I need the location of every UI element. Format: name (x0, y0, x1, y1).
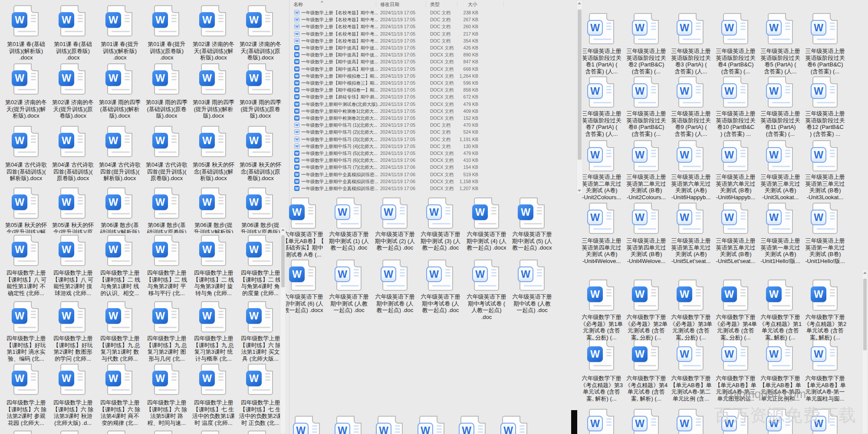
file-name[interactable]: 六年级英语下册 期中测试 (4) (人 教一起点) .docx (464, 231, 509, 251)
file-name[interactable]: 第05课 秋天的怀 念(基础训练)(原 卷版).docx (238, 161, 283, 182)
word-file-icon[interactable]: W (678, 409, 704, 434)
file-row[interactable]: W一年级数学上册期中检测卷2(北师大...2024/11/19 17:05DOC… (291, 115, 577, 122)
word-file-icon[interactable]: W (248, 126, 273, 157)
file-row[interactable]: W一年级数学上册期中练习 (5)(北师大...2024/11/19 17:05D… (291, 150, 577, 157)
word-file-icon[interactable]: W (428, 197, 453, 229)
word-file-icon[interactable]: W (13, 187, 39, 219)
file-name[interactable]: 六年级数学下册 《考点精题》第3 单元试卷 (含答 案, 解析) (... (579, 375, 624, 402)
file-name[interactable]: 第04课 古代诗歌 四首(提升训练)( 原卷版).docx (144, 161, 189, 182)
word-file-icon[interactable]: W (13, 364, 39, 395)
file-name[interactable]: 四年级数学上册 【课时练】好玩 第1课时 滴水实 验、编码 (北... (3, 335, 49, 362)
file-name[interactable]: 三年级英语上册 英语第四单元过 关测试 (A卷) -Unit4Welove... (579, 237, 624, 264)
file-name[interactable]: 四年级数学上册 【课时练】二 线 与角第2课时 平 移与平行 (北... (144, 270, 189, 296)
word-file-icon[interactable]: W (723, 279, 748, 311)
word-file-icon[interactable]: W (768, 76, 793, 108)
word-file-icon[interactable]: W (248, 235, 273, 266)
file-name[interactable]: 第04课 古代诗歌 四首(提升训练)( 解析版).docx (97, 161, 142, 182)
word-file-icon[interactable]: W (768, 203, 793, 234)
word-file-icon[interactable]: W (634, 13, 659, 44)
word-file-icon[interactable]: W (60, 431, 85, 434)
word-file-icon[interactable]: W (248, 364, 273, 395)
file-name[interactable]: 三年级英语上册 英语版阶段过关 卷9 (PartA) ( 含答案) (人... (668, 110, 713, 137)
word-file-icon[interactable]: W (201, 431, 226, 434)
word-file-icon[interactable]: W (107, 364, 132, 395)
word-file-icon[interactable]: W (154, 235, 179, 266)
file-name[interactable]: 三年级英语上册 英语版阶段过关 卷1 (PartA) ( 含答案) (人... (579, 48, 624, 75)
word-file-icon[interactable]: W (291, 260, 316, 291)
file-row[interactable]: W一年级数学上册【期中拔高】期中拔...2024/11/19 17:05DOCX… (291, 51, 577, 58)
word-file-icon[interactable]: W (336, 197, 362, 229)
file-row[interactable]: W一年级数学上册【期中模拟卷一】期...2024/11/19 17:05DOCX… (291, 86, 577, 93)
word-file-icon[interactable]: W (107, 301, 132, 332)
file-row[interactable]: W一年级数学上册【期中模拟卷二】期...2024/11/19 17:05DOCX… (291, 72, 577, 79)
word-file-icon[interactable]: W (502, 416, 527, 434)
file-name[interactable]: 第06课 散步(基 础训练)(解析版) (97, 222, 142, 233)
file-name[interactable]: 三年级英语上册 英语版阶段过关 卷3 (PartA) ( 含答案) (人... (668, 48, 713, 75)
column-header-date-modified[interactable]: 修改日期 (380, 1, 399, 8)
word-file-icon[interactable]: W (13, 5, 39, 36)
file-name[interactable]: 三年级英语上册 英语版阶段过关 卷4 (PartB&C) (含答案) (... (713, 48, 758, 75)
file-name[interactable]: 三年级英语上册 英语第五单元过 关测试 (A卷) -Unit5Let'seat.… (668, 237, 713, 264)
file-name[interactable]: 六年级英语下册 期中测试 (人教 一起点) .doc (326, 293, 372, 314)
file-row[interactable]: W一年级数学上册期中测试卷(北师大版)...2024/11/19 17:05DO… (291, 101, 577, 108)
word-file-icon[interactable]: W (248, 187, 273, 219)
word-file-icon[interactable]: W (589, 140, 614, 171)
file-name[interactable]: 第01课 春(提升 训练)(原卷版) .docx (144, 41, 189, 61)
file-name[interactable]: 六年级英语下册 期中测试 (2) (人 教一起点) .doc (372, 231, 418, 251)
word-file-icon[interactable]: W (678, 203, 704, 234)
word-file-icon[interactable]: W (634, 409, 659, 434)
file-row[interactable]: W一年级数学上册期中练习 (2)(北师大...2024/11/19 17:05D… (291, 128, 577, 135)
word-file-icon[interactable]: W (678, 140, 704, 171)
word-file-icon[interactable]: W (107, 431, 132, 434)
right-window-scrollbar-thumb[interactable] (863, 279, 867, 350)
file-name[interactable]: 六年级数学下册 《必考题》第2单 元测试卷 (含答 案, 分析) (... (624, 314, 669, 341)
file-name[interactable]: 第01课 春(基础 训练)(解析版) .docx (3, 41, 49, 61)
file-name[interactable]: 四年级数学上册 【课时练】六 除 法第2课时 参观 花园 (北师大... (3, 399, 49, 426)
file-row[interactable]: W一年级数学上册【名校考题】期中考...2024/11/19 17:05DOC … (291, 9, 577, 16)
word-file-icon[interactable]: W (634, 140, 659, 171)
word-file-icon[interactable]: W (107, 187, 132, 219)
column-header-name[interactable]: 名称 (293, 1, 303, 8)
file-name[interactable]: 三年级英语上册 英语版阶段过关 卷12 (PartB&C ) (含答案) ... (802, 110, 848, 137)
word-file-icon[interactable]: W (589, 76, 614, 108)
file-name[interactable]: 六年级数学下册 《考点精题》第2 单元试卷 (含答 案, 解析) (... (802, 314, 848, 341)
column-divider[interactable] (503, 1, 504, 7)
file-name[interactable]: 三年级英语上册 英语版阶段过关 卷7 (PartA) ( 含答案) (人... (579, 110, 624, 137)
file-name[interactable]: 三年级英语上册 英语版阶段过关 卷2 (PartB&C) (含答案) (... (624, 48, 669, 75)
left-window-scrollbar-thumb[interactable] (281, 235, 285, 287)
file-name[interactable]: 三年级英语上册 英语第六单元过 关测试 (A卷) -Unit6Happyb... (668, 174, 713, 201)
word-file-icon[interactable]: W (154, 126, 179, 157)
file-name[interactable]: 四年级数学上册 【课时练】六 除 法第3课时 秋游 (北师大版) .d... (50, 399, 95, 426)
word-file-icon[interactable]: W (428, 260, 453, 291)
file-row[interactable]: W一年级数学上册【名校考题】期中考...2024/11/19 17:05DOC … (291, 23, 577, 30)
file-name[interactable]: 三年级英语上册 英语第四单元过 关测试 (B卷) -Unit4Welove... (624, 237, 669, 264)
file-name[interactable]: 三年级英语上册 英语第二单元过 关测试 (A卷) -Unit2Colours..… (579, 174, 624, 201)
file-name[interactable]: 三年级英语上册 英语第一单元过 关测试 (B卷) -Unit1Hello!版..… (802, 237, 848, 264)
file-name[interactable]: 第01课 春(基础 训练)(原卷版) .docx (50, 41, 95, 61)
file-name[interactable]: 第02课 济南的冬 天(基础训练)(原 卷版).docx (238, 41, 283, 61)
word-file-icon[interactable]: W (201, 187, 226, 219)
word-file-icon[interactable]: W (154, 187, 179, 219)
file-name[interactable]: 第04课 古代诗歌 四首(基础训练)( 原卷版).docx (50, 161, 95, 182)
file-name[interactable]: 三年级英语上册 英语第一单元过 关测试 (A卷) -Unit1Hello!版..… (758, 237, 803, 264)
file-name[interactable]: 第03课 雨的四季 (基础训练)(解析 版).docx (97, 99, 142, 119)
word-file-icon[interactable]: W (154, 364, 179, 395)
word-file-icon[interactable]: W (723, 76, 748, 108)
file-row[interactable]: W一年级数学上册期中全真模拟训练密...2024/11/19 17:06DOCX… (291, 185, 577, 192)
word-file-icon[interactable]: W (248, 5, 273, 36)
file-name[interactable]: 四年级数学上册 【课时练】二 线 与角第4课时 角 的度量 (北师... (238, 270, 283, 296)
word-file-icon[interactable]: W (201, 5, 226, 36)
file-name[interactable]: 六年级英语下册 期中测试 (6) (人 教一起点) .docx (281, 293, 326, 314)
file-name[interactable]: 第05课 秋天的怀 念(提升训练)(原 (50, 222, 95, 233)
file-name[interactable]: 六年级英语下册 期中测试卷 (人 教一起点) .doc (372, 293, 418, 314)
file-name[interactable]: 四年级数学上册 【课时练】九 总 复习第1课时 数 与代数 (北师... (97, 335, 142, 362)
word-file-icon[interactable]: W (678, 339, 704, 371)
column-divider[interactable] (426, 1, 426, 7)
file-row[interactable]: W一年级数学上册期中练习 (3)(北师大...2024/11/19 17:05D… (291, 136, 577, 143)
word-file-icon[interactable]: W (723, 13, 748, 44)
file-name[interactable]: 第03课 雨的四季 (提升训练)(解析 版).docx (191, 99, 236, 119)
word-file-icon[interactable]: W (678, 13, 704, 44)
file-name[interactable]: 四年级数学上册 【课时练】九 总 复习第3课时 统 计与概率 (北... (191, 335, 236, 362)
word-file-icon[interactable]: W (634, 76, 659, 108)
file-name[interactable]: 四年级数学上册 【课时练】六 除 法第5课时 路 程、时间与速... (144, 399, 189, 426)
